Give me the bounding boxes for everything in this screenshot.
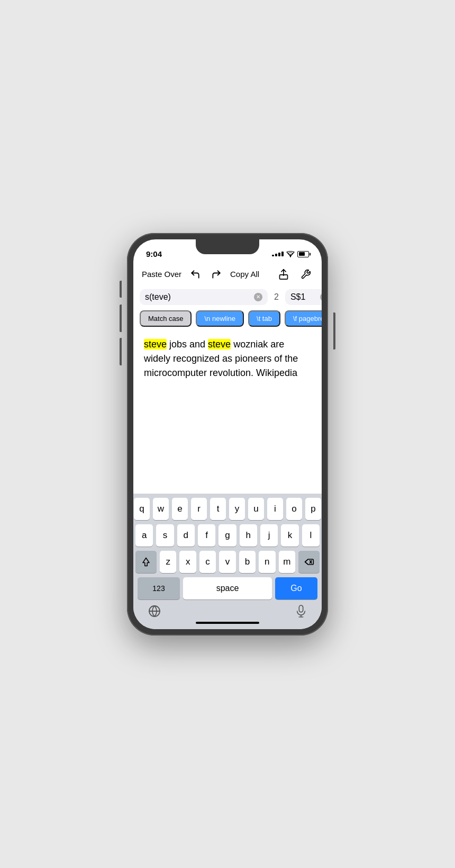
key-r[interactable]: r [191,498,207,520]
paste-over-button[interactable]: Paste Over [142,270,181,279]
key-j[interactable]: j [260,524,278,547]
key-i[interactable]: i [267,498,283,520]
key-p[interactable]: p [305,498,321,520]
text-content[interactable]: steve jobs and steve wozniak are widely … [133,329,322,494]
svg-rect-6 [299,605,303,612]
replace-clear-button[interactable]: ✕ [320,293,322,301]
key-y[interactable]: y [229,498,245,520]
key-s[interactable]: s [156,524,174,547]
key-v[interactable]: v [219,551,235,573]
match-case-button[interactable]: Match case [140,310,192,327]
delete-button[interactable] [298,551,320,573]
key-z[interactable]: z [160,551,176,573]
home-bar [135,622,320,627]
settings-button[interactable] [298,267,313,282]
highlight-2: steve [208,339,231,350]
wifi-icon [286,251,295,257]
replace-input[interactable] [290,292,317,302]
numbers-button[interactable]: 123 [138,577,180,599]
keyboard-extras [135,603,320,622]
keyboard: q w e r t y u i o p a s d f g h j k l [133,494,322,629]
space-button[interactable]: space [183,577,272,599]
redo-button[interactable] [209,267,224,282]
find-clear-button[interactable]: ✕ [254,293,262,301]
key-g[interactable]: g [219,524,236,547]
search-bar: ✕ 2 ✕ [133,286,322,308]
svg-point-0 [290,256,291,257]
key-a[interactable]: a [135,524,153,547]
key-d[interactable]: d [177,524,195,547]
text-middle: jobs and [167,339,208,350]
undo-button[interactable] [188,267,203,282]
status-time: 9:04 [146,249,162,258]
undo-icon [190,269,201,280]
key-k[interactable]: k [281,524,298,547]
share-icon [278,269,289,280]
go-button[interactable]: Go [275,577,317,599]
highlight-1: steve [144,339,167,350]
shift-icon [141,557,151,567]
notch [196,239,259,254]
key-w[interactable]: w [153,498,169,520]
key-l[interactable]: l [302,524,320,547]
copy-all-button[interactable]: Copy All [230,270,259,279]
keyboard-row-1: q w e r t y u i o p [135,498,320,520]
keyboard-bottom-row: 123 space Go [135,577,320,599]
key-u[interactable]: u [248,498,264,520]
key-t[interactable]: t [210,498,226,520]
keyboard-row-2: a s d f g h j k l [135,524,320,547]
signal-icon [272,252,284,256]
key-e[interactable]: e [172,498,188,520]
redo-icon [211,269,222,280]
key-m[interactable]: m [279,551,295,573]
globe-icon [148,605,161,618]
key-q[interactable]: q [134,498,150,520]
keyboard-row-3: z x c v b n m [135,551,320,573]
key-o[interactable]: o [286,498,302,520]
mic-button[interactable] [295,605,307,618]
replace-field-container: ✕ [285,289,322,305]
delete-icon [304,558,314,566]
key-b[interactable]: b [239,551,256,573]
tab-button[interactable]: \t tab [248,310,280,327]
key-c[interactable]: c [199,551,216,573]
options-bar: Match case \n newline \t tab \f pagebre [133,308,322,329]
shift-button[interactable] [135,551,157,573]
home-indicator [196,622,259,624]
wrench-icon [301,269,311,280]
globe-button[interactable] [148,605,161,618]
key-f[interactable]: f [198,524,215,547]
battery-icon [297,251,309,257]
newline-button[interactable]: \n newline [196,310,244,327]
key-h[interactable]: h [240,524,257,547]
key-x[interactable]: x [179,551,196,573]
toolbar-right [276,267,313,282]
find-field-container: ✕ [140,289,268,305]
key-n[interactable]: n [259,551,275,573]
find-input[interactable] [145,292,251,302]
share-button[interactable] [276,267,291,282]
toolbar: Paste Over Copy All [133,263,322,286]
status-icons [272,251,309,257]
pagebreak-button[interactable]: \f pagebre [285,310,322,327]
mic-icon [295,605,307,618]
match-count: 2 [272,292,281,302]
